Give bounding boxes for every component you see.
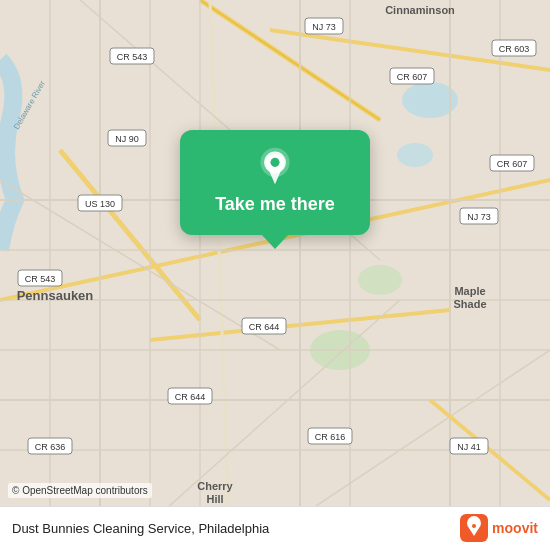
svg-text:Cherry: Cherry: [197, 480, 233, 492]
svg-text:CR 607: CR 607: [497, 159, 528, 169]
svg-text:Cinnaminson: Cinnaminson: [385, 4, 455, 16]
svg-text:Maple: Maple: [454, 285, 485, 297]
svg-text:CR 603: CR 603: [499, 44, 530, 54]
svg-text:CR 607: CR 607: [397, 72, 428, 82]
map-container: CR 543 NJ 73 CR 603 CR 607 CR 607 NJ 90 …: [0, 0, 550, 550]
moovit-text: moovit: [492, 520, 538, 536]
svg-text:CR 644: CR 644: [175, 392, 206, 402]
location-pin-icon: [255, 146, 295, 186]
svg-point-72: [472, 524, 476, 528]
svg-point-2: [397, 143, 433, 167]
cta-label: Take me there: [215, 194, 335, 215]
svg-text:NJ 73: NJ 73: [312, 22, 336, 32]
svg-rect-0: [0, 0, 550, 550]
svg-text:CR 644: CR 644: [249, 322, 280, 332]
svg-text:NJ 90: NJ 90: [115, 134, 139, 144]
svg-text:CR 636: CR 636: [35, 442, 66, 452]
svg-text:NJ 41: NJ 41: [457, 442, 481, 452]
svg-text:Pennsauken: Pennsauken: [17, 288, 94, 303]
svg-text:CR 616: CR 616: [315, 432, 346, 442]
svg-text:Hill: Hill: [206, 493, 223, 505]
svg-text:NJ 73: NJ 73: [467, 212, 491, 222]
svg-text:CR 543: CR 543: [117, 52, 148, 62]
svg-point-69: [270, 158, 279, 167]
svg-text:Shade: Shade: [453, 298, 486, 310]
osm-credit: © OpenStreetMap contributors: [8, 483, 152, 498]
moovit-logo-icon: [460, 514, 488, 542]
bottom-bar: Dust Bunnies Cleaning Service, Philadelp…: [0, 506, 550, 550]
moovit-logo: moovit: [460, 514, 538, 542]
svg-point-4: [358, 265, 402, 295]
svg-text:CR 543: CR 543: [25, 274, 56, 284]
svg-text:US 130: US 130: [85, 199, 115, 209]
cta-button-overlay[interactable]: Take me there: [180, 130, 370, 235]
bottom-label: Dust Bunnies Cleaning Service, Philadelp…: [12, 521, 269, 536]
